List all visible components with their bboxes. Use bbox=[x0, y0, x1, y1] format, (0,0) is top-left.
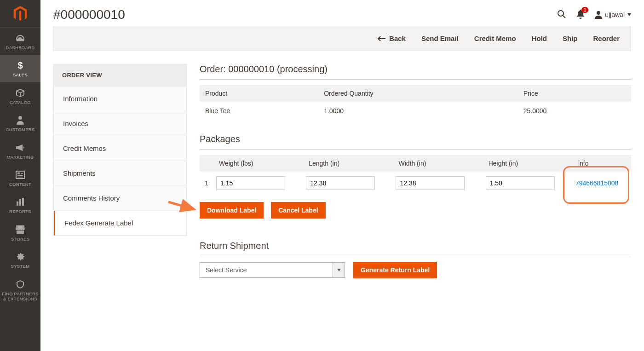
arrow-left-icon bbox=[377, 36, 385, 41]
page-title: #000000010 bbox=[53, 7, 125, 22]
order-action-bar: Back Send Email Credit Memo Hold Ship Re… bbox=[53, 26, 631, 51]
partners-icon bbox=[15, 279, 25, 289]
search-icon bbox=[557, 10, 566, 19]
content-icon bbox=[15, 170, 25, 180]
tab-credit-memos[interactable]: Credit Memos bbox=[54, 136, 186, 161]
search-button[interactable] bbox=[557, 10, 566, 20]
service-select-value: Select Service bbox=[200, 262, 333, 278]
tab-information[interactable]: Information bbox=[54, 86, 186, 111]
nav-label: REPORTS bbox=[9, 209, 31, 214]
tracking-link[interactable]: 794666815008 bbox=[575, 179, 618, 187]
person-icon bbox=[15, 115, 25, 125]
send-email-button[interactable]: Send Email bbox=[421, 35, 459, 42]
credit-memo-button[interactable]: Credit Memo bbox=[474, 35, 516, 42]
nav-label: FIND PARTNERS & EXTENSIONS bbox=[2, 291, 39, 297]
magento-logo[interactable] bbox=[0, 0, 40, 28]
chevron-down-icon bbox=[627, 13, 631, 16]
svg-rect-2 bbox=[17, 173, 20, 174]
svg-point-9 bbox=[558, 11, 564, 16]
svg-point-0 bbox=[18, 116, 22, 120]
nav-label: CATALOG bbox=[10, 100, 31, 105]
reorder-button[interactable]: Reorder bbox=[593, 35, 620, 42]
width-input[interactable] bbox=[396, 176, 465, 190]
cell-qty: 1.0000 bbox=[318, 102, 518, 120]
nav-dashboard[interactable]: DASHBOARD bbox=[0, 28, 40, 55]
store-icon bbox=[15, 224, 25, 235]
caret-down-icon bbox=[333, 262, 345, 278]
nav-stores[interactable]: STORES bbox=[0, 219, 40, 246]
hold-button[interactable]: Hold bbox=[532, 35, 547, 42]
weight-input[interactable] bbox=[216, 176, 285, 190]
nav-label: STORES bbox=[11, 236, 30, 242]
ship-button[interactable]: Ship bbox=[563, 35, 578, 42]
length-input[interactable] bbox=[306, 176, 375, 190]
service-select[interactable]: Select Service bbox=[200, 262, 345, 278]
admin-left-nav: DASHBOARD $ SALES CATALOG CUSTOMERS MARK… bbox=[0, 0, 40, 297]
back-button[interactable]: Back bbox=[377, 35, 406, 42]
nav-partners[interactable]: FIND PARTNERS & EXTENSIONS bbox=[0, 274, 40, 297]
nav-marketing[interactable]: MARKETING bbox=[0, 137, 40, 164]
generate-return-label-button[interactable]: Generate Return Label bbox=[353, 262, 437, 278]
col-width: Width (in) bbox=[393, 155, 483, 172]
return-shipment-heading: Return Shipment bbox=[200, 241, 631, 256]
height-input[interactable] bbox=[486, 176, 555, 190]
nav-label: MARKETING bbox=[6, 155, 34, 160]
nav-content[interactable]: CONTENT bbox=[0, 164, 40, 191]
packages-heading: Packages bbox=[200, 134, 631, 150]
back-label: Back bbox=[389, 35, 406, 42]
tab-fedex-label[interactable]: Fedex Generate Label bbox=[54, 211, 186, 236]
cell-index: 1 bbox=[200, 172, 213, 195]
svg-line-12 bbox=[168, 202, 194, 209]
col-product: Product bbox=[200, 85, 318, 102]
col-info: info bbox=[573, 155, 631, 172]
nav-sales[interactable]: $ SALES bbox=[0, 55, 40, 82]
svg-rect-7 bbox=[19, 199, 21, 206]
cell-product: Blue Tee bbox=[200, 102, 318, 120]
nav-customers[interactable]: CUSTOMERS bbox=[0, 109, 40, 137]
col-weight: Weight (lbs) bbox=[213, 155, 303, 172]
user-menu[interactable]: ujjawal bbox=[595, 11, 631, 19]
cancel-label-button[interactable]: Cancel Label bbox=[271, 202, 325, 219]
svg-point-11 bbox=[597, 11, 600, 15]
nav-system[interactable]: SYSTEM bbox=[0, 246, 40, 273]
svg-rect-5 bbox=[17, 177, 23, 178]
col-price: Price bbox=[518, 85, 631, 102]
notif-badge: 1 bbox=[581, 7, 589, 13]
notifications-button[interactable]: 1 bbox=[576, 10, 585, 20]
order-items-table: Product Ordered Quantity Price Blue Tee … bbox=[200, 85, 631, 120]
download-label-button[interactable]: Download Label bbox=[200, 202, 264, 219]
tab-shipments[interactable]: Shipments bbox=[54, 161, 186, 186]
nav-reports[interactable]: REPORTS bbox=[0, 191, 40, 219]
col-height: Height (in) bbox=[483, 155, 573, 172]
user-icon bbox=[595, 11, 602, 19]
svg-line-10 bbox=[563, 16, 565, 18]
gear-icon bbox=[15, 252, 25, 262]
box-icon bbox=[15, 88, 25, 98]
dollar-icon: $ bbox=[15, 60, 25, 70]
nav-label: CONTENT bbox=[9, 182, 31, 187]
user-name: ujjawal bbox=[605, 11, 625, 18]
nav-label: DASHBOARD bbox=[6, 45, 35, 50]
col-length: Length (in) bbox=[303, 155, 393, 172]
nav-label: SYSTEM bbox=[11, 264, 30, 269]
svg-rect-8 bbox=[22, 198, 24, 206]
svg-rect-6 bbox=[17, 201, 18, 206]
cell-price: 25.0000 bbox=[518, 102, 631, 120]
col-index bbox=[200, 155, 213, 172]
bar-chart-icon bbox=[15, 197, 25, 207]
svg-rect-1 bbox=[16, 171, 24, 178]
nav-catalog[interactable]: CATALOG bbox=[0, 82, 40, 109]
arrow-annotation bbox=[167, 199, 199, 213]
nav-label: SALES bbox=[13, 72, 28, 77]
magento-icon bbox=[12, 6, 28, 22]
order-view-header: ORDER VIEW bbox=[54, 64, 186, 86]
svg-rect-4 bbox=[17, 175, 23, 176]
dashboard-icon bbox=[15, 33, 25, 43]
packages-table: Weight (lbs) Length (in) Width (in) Heig… bbox=[200, 155, 631, 195]
package-row: 1 794666815008 bbox=[200, 172, 631, 195]
svg-rect-3 bbox=[21, 173, 23, 174]
nav-label: CUSTOMERS bbox=[6, 127, 34, 132]
col-qty: Ordered Quantity bbox=[318, 85, 518, 102]
order-heading: Order: 000000010 (processing) bbox=[200, 64, 631, 80]
tab-invoices[interactable]: Invoices bbox=[54, 111, 186, 136]
